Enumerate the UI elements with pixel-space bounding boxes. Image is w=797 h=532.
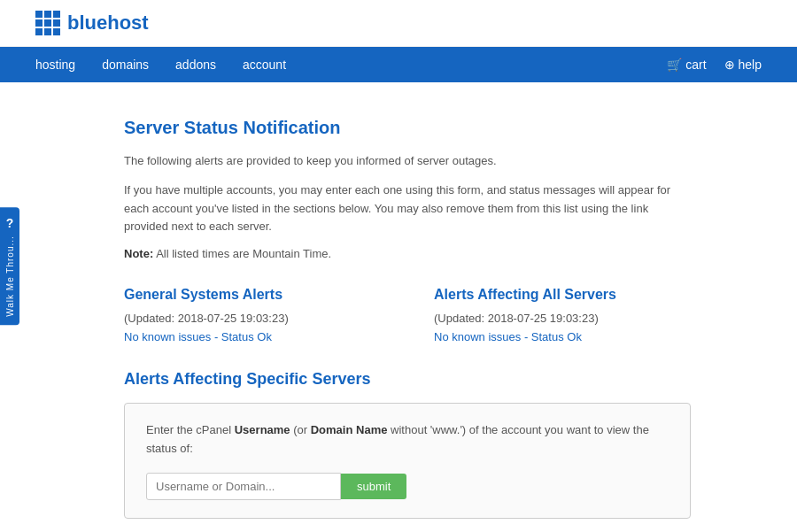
general-alerts-section: General Systems Alerts (Updated: 2018-07… [124,287,381,343]
server-box-text-1: Enter the cPanel [146,423,235,436]
all-servers-alerts-updated: (Updated: 2018-07-25 19:03:23) [434,312,691,325]
help-button[interactable]: ⊕ help [724,58,762,72]
cart-icon: 🛒 [667,58,682,72]
cart-label: cart [685,58,706,72]
server-box-text-2: (or [290,423,311,436]
all-servers-alerts-status[interactable]: No known issues - Status Ok [434,330,691,343]
note-text: Note: All listed times are Mountain Time… [124,247,691,260]
domain-name-bold: Domain Name [311,423,388,436]
note-label: Note: [124,247,153,260]
logo-bar: bluehost [0,0,797,47]
intro-paragraph-1: The following alerts are provided to kee… [124,152,691,171]
question-mark-icon: ? [6,216,14,230]
nav-bar: hosting domains addons account 🛒 cart ⊕ … [0,47,797,82]
nav-hosting[interactable]: hosting [35,58,75,72]
username-domain-input[interactable] [146,473,341,500]
help-label: help [739,58,762,72]
specific-servers-title: Alerts Affecting Specific Servers [124,370,691,389]
server-box-description: Enter the cPanel Username (or Domain Nam… [146,421,669,459]
general-alerts-title: General Systems Alerts [124,287,381,303]
bluehost-logo-icon [35,11,60,35]
cart-button[interactable]: 🛒 cart [667,58,706,72]
server-input-row: submit [146,473,669,500]
submit-button[interactable]: submit [341,474,406,499]
intro-paragraph-2: If you have multiple accounts, you may e… [124,181,691,236]
nav-links: hosting domains addons account [35,58,667,72]
all-servers-alerts-title: Alerts Affecting All Servers [434,287,691,303]
nav-account[interactable]: account [243,58,286,72]
general-alerts-status[interactable]: No known issues - Status Ok [124,330,381,343]
general-alerts-updated: (Updated: 2018-07-25 19:03:23) [124,312,381,325]
all-servers-alerts-section: Alerts Affecting All Servers (Updated: 2… [434,287,691,343]
page-title: Server Status Notification [124,118,691,138]
specific-servers-box: Enter the cPanel Username (or Domain Nam… [124,403,691,519]
main-content: Server Status Notification The following… [0,82,797,532]
logo-text[interactable]: bluehost [67,12,149,35]
alerts-row: General Systems Alerts (Updated: 2018-07… [124,287,691,343]
note-content: All listed times are Mountain Time. [156,247,331,260]
side-tab-label: Walk Me Throu... [5,235,15,317]
help-icon: ⊕ [724,58,735,72]
nav-domains[interactable]: domains [102,58,149,72]
nav-right: 🛒 cart ⊕ help [667,58,762,72]
nav-addons[interactable]: addons [175,58,216,72]
walk-me-through-tab[interactable]: ? Walk Me Throu... [0,207,19,326]
username-bold: Username [235,423,290,436]
